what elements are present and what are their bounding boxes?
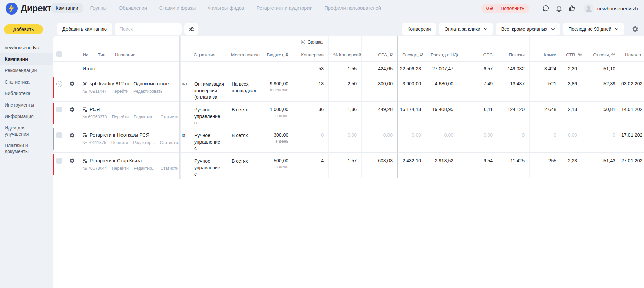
campaign-name-link[interactable]: Ретаргетинг Стар Квиза	[90, 158, 142, 163]
col-impressions[interactable]: Показы	[498, 48, 530, 62]
totals-cpa: 424,65	[362, 62, 397, 76]
row-settings-gear-icon[interactable]	[69, 132, 78, 138]
sidebar-item-0[interactable]: newhousenedviz...	[0, 42, 53, 53]
sidebar-item-1[interactable]: Кампании	[0, 53, 53, 65]
sidebar-item-7[interactable]: Идеи для улучшения	[0, 122, 53, 140]
avatar[interactable]	[584, 3, 594, 13]
cell-impressions: 11 425	[498, 153, 530, 178]
campaign-row-3: ?	[53, 153, 644, 178]
cell-places: В сетях	[226, 127, 260, 153]
campaign-stats-link[interactable]: Статисти...	[160, 166, 179, 171]
top-bar: Директ Кампании Группы Объявления Ставки…	[0, 0, 644, 18]
sidebar-item-5[interactable]: Инструменты	[0, 99, 53, 111]
toolbar-right: Конверсии Оплата за клики Все, кроме арх…	[402, 23, 639, 35]
status-filter-dropdown[interactable]: Все, кроме архивных	[496, 23, 560, 35]
payment-filter-label: Оплата за клики	[444, 26, 480, 32]
yandex-direct-logo[interactable]: Директ	[5, 2, 51, 15]
totals-cost-vat: 27 007,47	[426, 62, 458, 76]
col-start[interactable]: Начало	[620, 48, 644, 62]
col-bounces[interactable]: Отказы, %	[582, 48, 620, 62]
campaign-name-link[interactable]: РСЯ	[90, 107, 100, 112]
sidebar-item-4[interactable]: Библиотека	[0, 88, 53, 99]
payment-filter-dropdown[interactable]: Оплата за клики	[439, 23, 493, 35]
campaign-edit-link[interactable]: Редактир...	[134, 115, 155, 119]
col-cost-vat[interactable]: Расход с НДС	[426, 48, 458, 62]
filter-button[interactable]	[184, 23, 198, 35]
campaign-name-link[interactable]: spb-kvartiry-812.ru - Однокомнатные	[90, 81, 169, 86]
cell-conv-rate: 0,00	[329, 127, 362, 153]
goal-group-label: Заявка	[308, 39, 323, 45]
topnav-tab-0[interactable]: Кампании	[51, 3, 83, 13]
totals-label: Итого	[78, 62, 179, 76]
col-budget[interactable]: Бюджет, ₽	[260, 48, 293, 62]
table-settings-gear-icon[interactable]	[632, 26, 639, 33]
col-cpc[interactable]: CPC	[458, 48, 498, 62]
campaign-stats-link[interactable]: Статисти...	[160, 140, 179, 145]
cell-cost: 0,00	[397, 127, 426, 153]
col-cost[interactable]: Расход, ₽	[397, 48, 426, 62]
topup-button[interactable]: Пополнить	[501, 6, 524, 11]
cell-start-date: 14.01.202	[620, 102, 644, 127]
cell-cost-vat: 4 680,00	[426, 76, 458, 102]
row-checkbox[interactable]	[56, 107, 62, 112]
budget-amount: 1 000,00	[260, 107, 288, 112]
chat-icon[interactable]	[542, 5, 549, 12]
add-campaign-button[interactable]: Добавить кампанию	[57, 23, 112, 35]
col-cpa[interactable]: CPA, ₽	[362, 48, 397, 62]
campaign-goto-link[interactable]: Перейти	[112, 115, 129, 119]
col-ctr[interactable]: CTR, %	[561, 48, 582, 62]
col-name[interactable]: Название	[115, 52, 135, 57]
sidebar-item-2[interactable]: Рекомендации	[0, 65, 53, 76]
col-num[interactable]: №	[83, 52, 88, 57]
campaign-edit-link[interactable]: Редактир...	[134, 166, 155, 171]
conversions-button[interactable]: Конверсии	[402, 23, 436, 35]
topnav-tab-5[interactable]: Ретаргетинг и аудитории	[251, 3, 318, 13]
bell-icon[interactable]	[555, 5, 563, 12]
cell-start-date: 17.01.202	[620, 127, 644, 153]
col-conv-rate[interactable]: % Конверсий	[329, 48, 362, 62]
thumbs-up-icon[interactable]	[568, 5, 576, 12]
campaign-stats-link[interactable]: Статисти...	[160, 115, 179, 119]
campaign-name-link[interactable]: Ретаргетинг Неотказы РСЯ	[90, 132, 150, 138]
toolbar: Добавить кампанию Конверсии Оплата за кл…	[57, 23, 639, 35]
campaign-edit-link[interactable]: Редактир...	[133, 140, 155, 145]
target-icon	[301, 39, 306, 45]
row-settings-gear-icon[interactable]	[69, 158, 78, 164]
cell-clicks: 2 648	[530, 102, 561, 127]
row-help-icon[interactable]: ?	[56, 81, 62, 87]
topnav-tab-2[interactable]: Объявления	[114, 3, 152, 13]
balance-pill[interactable]: 0 ₽ | Пополнить	[481, 4, 530, 13]
sidebar-item-8[interactable]: Платежи и документы	[0, 140, 53, 157]
col-strategy[interactable]: Стратегия	[189, 48, 226, 62]
add-button[interactable]: Добавить	[4, 24, 43, 34]
row-checkbox[interactable]	[56, 158, 62, 164]
totals-cost: 22 506,23	[397, 62, 426, 76]
row-settings-gear-icon[interactable]	[69, 107, 78, 112]
campaign-goto-link[interactable]: Перейти	[112, 166, 129, 171]
col-places[interactable]: Места показа	[226, 48, 260, 62]
sidebar-menu: newhousenedviz... Кампании Рекомендации …	[0, 42, 53, 157]
topnav-tab-3[interactable]: Ставки и фразы	[154, 3, 201, 13]
campaign-number: № 70678044	[82, 166, 107, 171]
topnav-tab-4[interactable]: Фильтры фидов	[203, 3, 249, 13]
campaign-number: № 69963378	[82, 115, 107, 119]
period-filter-dropdown[interactable]: Последние 90 дней	[563, 23, 624, 35]
budget-amount: 300,00	[260, 132, 288, 138]
col-type[interactable]: Тип	[98, 52, 105, 57]
campaign-goto-link[interactable]: Перейти	[111, 140, 128, 145]
row-settings-gear-icon[interactable]	[69, 81, 78, 87]
campaign-edit-link[interactable]: Редактировать	[133, 89, 162, 94]
select-all-checkbox[interactable]	[56, 51, 62, 57]
col-conversions[interactable]: Конверсии	[293, 48, 329, 62]
sidebar-item-3[interactable]: Статистика	[0, 76, 53, 88]
search-input[interactable]	[115, 26, 182, 32]
cell-conversions: 13	[293, 76, 329, 102]
username[interactable]: newhousenedvizh...	[597, 6, 642, 11]
campaign-row-0: ?	[53, 76, 644, 102]
sidebar-item-6[interactable]: Информация	[0, 111, 53, 122]
campaign-goto-link[interactable]: Перейти	[112, 89, 129, 94]
topnav-tab-6[interactable]: Профили пользователей	[320, 3, 386, 13]
col-clicks[interactable]: Клики	[530, 48, 561, 62]
topnav-tab-1[interactable]: Группы	[85, 3, 112, 13]
row-checkbox[interactable]	[56, 132, 62, 138]
